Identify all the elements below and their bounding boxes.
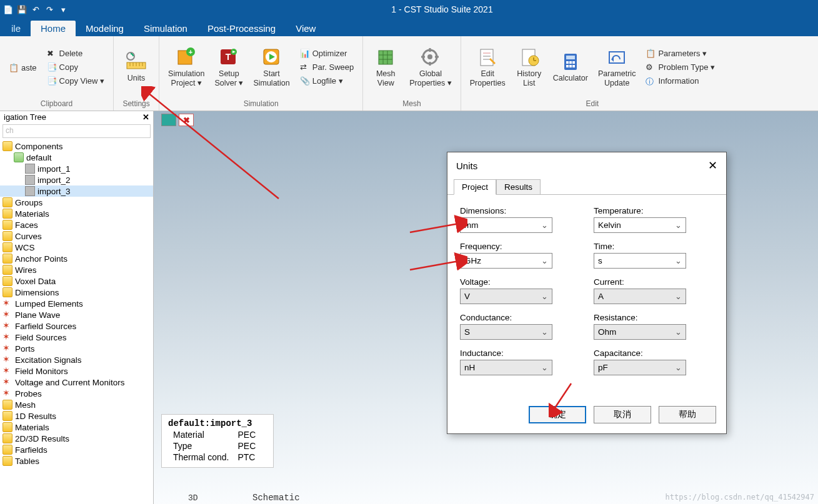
current-select: A [594, 289, 686, 304]
simulation-project-button[interactable]: + Simulation Project ▾ [163, 46, 209, 89]
qat-redo-icon[interactable]: ↷ [44, 4, 55, 15]
dialog-titlebar[interactable]: Units ✕ [447, 152, 726, 179]
obj-icon [25, 175, 35, 185]
tree-node[interactable]: ✶Ports [0, 343, 153, 354]
calculator-button[interactable]: Calculator [548, 50, 593, 84]
optimizer-button[interactable]: 📊Optimizer [297, 47, 357, 60]
dialog-close-icon[interactable]: ✕ [708, 159, 717, 172]
cancel-button[interactable]: 取消 [594, 406, 651, 423]
tree-node[interactable]: Voxel Data [0, 275, 153, 287]
units-button[interactable]: Units [117, 50, 155, 84]
global-properties-button[interactable]: Global Properties ▾ [404, 46, 456, 89]
delete-button[interactable]: ✖Delete [44, 47, 107, 60]
navtree-title: igation Tree [4, 112, 46, 122]
tree-node[interactable]: 2D/3D Results [0, 433, 153, 444]
tree-node[interactable]: Anchor Points [0, 253, 153, 264]
star-icon: ✶ [2, 321, 12, 331]
ribbon: 📋aste ✖Delete 📑Copy 📑Copy View ▾ Clipboa… [0, 36, 818, 111]
resistance-select: Ohm [594, 324, 686, 340]
folder-icon [2, 422, 12, 432]
qat-save-icon[interactable]: 💾 [16, 4, 27, 15]
folder-icon [2, 433, 12, 443]
tree-node[interactable]: ✶Field Sources [0, 332, 153, 343]
par-sweep-button[interactable]: ⇄Par. Sweep [297, 61, 357, 74]
start-simulation-button[interactable]: Start Simulation [248, 46, 294, 89]
tree-node[interactable]: Dimensions [0, 287, 153, 298]
tree-node[interactable]: Faces [0, 219, 153, 230]
information-button[interactable]: ⓘInformation [643, 75, 717, 87]
tree-node[interactable]: ✶Lumped Elements [0, 298, 153, 309]
logfile-button[interactable]: 📎Logfile ▾ [297, 75, 357, 87]
copy-button[interactable]: 📑Copy [44, 61, 107, 74]
tab-view[interactable]: View [286, 21, 326, 36]
field-label: Voltage: [460, 277, 580, 287]
tab-modeling[interactable]: Modeling [76, 21, 134, 36]
ok-button[interactable]: 确定 [529, 406, 586, 423]
problem-type-icon: ⚙ [646, 62, 656, 72]
tab-home[interactable]: Home [31, 21, 76, 36]
navtree-close-icon[interactable]: ✕ [142, 112, 149, 122]
table-row: Thermal cond.PTC [169, 452, 259, 462]
edit-properties-button[interactable]: Edit Properties [465, 46, 511, 89]
tree-node[interactable]: import_1 [0, 163, 153, 174]
paste-button[interactable]: 📋aste [6, 62, 39, 74]
tree-node[interactable]: Mesh [0, 399, 153, 410]
tree-node[interactable]: ✶Probes [0, 388, 153, 399]
tree-node[interactable]: Tables [0, 455, 153, 467]
tree-node[interactable]: ✶Farfield Sources [0, 320, 153, 332]
tab-simulation[interactable]: Simulation [134, 21, 197, 36]
problem-type-button[interactable]: ⚙Problem Type ▾ [643, 61, 717, 74]
tree-node[interactable]: ✶Plane Wave [0, 309, 153, 320]
setup-solver-button[interactable]: T Setup Solver ▾ [209, 46, 248, 89]
tab-file[interactable]: ile [1, 21, 31, 36]
help-button[interactable]: 帮助 [659, 406, 716, 423]
tree-node[interactable]: Materials [0, 422, 153, 433]
field-voltage: Voltage:V [460, 277, 580, 304]
star-icon: ✶ [2, 343, 12, 353]
doc-tab-1[interactable] [161, 114, 176, 126]
tab-post[interactable]: Post-Processing [197, 21, 286, 36]
field-label: Dimensions: [460, 206, 580, 215]
navtree[interactable]: Componentsdefaultimport_1import_2import_… [0, 139, 153, 501]
qat-more-icon[interactable]: ▾ [57, 4, 69, 15]
folder-icon [2, 242, 12, 252]
tree-node[interactable]: default [0, 152, 153, 163]
tree-node[interactable]: ✶Field Monitors [0, 365, 153, 377]
tree-node[interactable]: Wires [0, 264, 153, 275]
tree-node[interactable]: Groups [0, 197, 153, 208]
tree-node[interactable]: Materials [0, 208, 153, 219]
tree-node[interactable]: ✶Excitation Signals [0, 354, 153, 365]
copy-view-button[interactable]: 📑Copy View ▾ [44, 75, 107, 87]
selection-info-box: default:import_3 MaterialPECTypePECTherm… [161, 414, 274, 468]
time-select[interactable]: s [594, 253, 686, 269]
tree-node[interactable]: Components [0, 141, 153, 152]
star-icon: ✶ [2, 355, 12, 365]
history-list-button[interactable]: History List [511, 46, 548, 89]
star-icon: ✶ [2, 366, 12, 376]
dialog-tab-results[interactable]: Results [496, 179, 541, 195]
parameters-button[interactable]: 📋Parameters ▾ [643, 47, 717, 60]
tree-node[interactable]: Farfields [0, 444, 153, 455]
tree-node[interactable]: 1D Results [0, 410, 153, 422]
mesh-view-button[interactable]: Mesh View [367, 46, 404, 89]
dimensions-select[interactable]: mm [460, 217, 552, 233]
svg-rect-17 [379, 51, 392, 64]
dialog-tab-project[interactable]: Project [454, 179, 496, 195]
svg-point-23 [427, 54, 432, 59]
qat-new-icon[interactable]: 📄 [2, 4, 14, 15]
tree-node[interactable]: import_3 [0, 185, 153, 197]
svg-text:T: T [226, 52, 231, 62]
parametric-update-button[interactable]: Parametric Update [593, 46, 641, 89]
tree-node[interactable]: WCS [0, 242, 153, 253]
temperature-select[interactable]: Kelvin [594, 217, 686, 233]
dialog-tabs: Project Results [447, 179, 726, 195]
tree-node[interactable]: ✶Voltage and Current Monitors [0, 377, 153, 388]
qat-undo-icon[interactable]: ↶ [30, 4, 41, 15]
tree-node[interactable]: import_2 [0, 174, 153, 185]
field-label: Temperature: [594, 206, 714, 215]
navtree-search-input[interactable]: ch [2, 124, 151, 138]
watermark-text: https://blog.csdn.net/qq_41542947 [666, 493, 814, 502]
doc-tab-close[interactable]: ✖ [179, 114, 194, 126]
tree-node[interactable]: Curves [0, 230, 153, 242]
frequency-select[interactable]: GHz [460, 253, 552, 269]
